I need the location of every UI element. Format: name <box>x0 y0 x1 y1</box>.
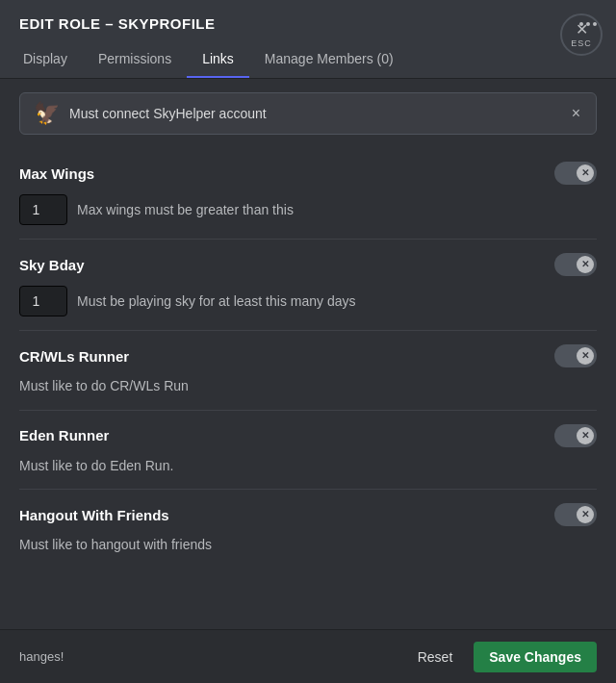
header: EDIT ROLE – SKYPROFILE Display Permissio… <box>0 0 616 79</box>
toggle-x-icon-5: ✕ <box>581 510 589 519</box>
notification-text: Must connect SkyHelper account <box>69 106 267 121</box>
toggle-x-icon: ✕ <box>581 168 589 178</box>
tab-links[interactable]: Links <box>187 43 249 78</box>
toggle-sky-bday[interactable]: ✕ <box>554 253 597 276</box>
section-max-wings-header: Max Wings ✕ <box>19 162 597 185</box>
toggle-cr-wls[interactable]: ✕ <box>554 344 597 367</box>
section-hangout-header: Hangout With Friends ✕ <box>19 503 597 526</box>
tab-display[interactable]: Display <box>19 43 83 78</box>
toggle-x-icon-4: ✕ <box>581 431 589 441</box>
header-top: EDIT ROLE – SKYPROFILE <box>19 15 597 32</box>
section-sky-bday-header: Sky Bday ✕ <box>19 253 597 276</box>
esc-label: ESC <box>571 38 592 48</box>
toggle-x-icon-3: ✕ <box>581 351 589 361</box>
eden-description: Must like to do Eden Run. <box>19 458 173 473</box>
section-max-wings: Max Wings ✕ Max wings must be greater th… <box>19 148 597 240</box>
section-eden-header: Eden Runner ✕ <box>19 424 597 447</box>
notification-icon: 🦅 <box>34 103 60 124</box>
toggle-sky-bday-knob: ✕ <box>577 256 594 273</box>
section-sky-bday: Sky Bday ✕ Must be playing sky for at le… <box>19 240 597 331</box>
notification-inner: 🦅 Must connect SkyHelper account <box>34 103 267 124</box>
section-cr-wls-title: CR/WLs Runner <box>19 348 129 365</box>
toggle-max-wings-knob: ✕ <box>577 164 594 182</box>
hangout-description: Must like to hangout with friends <box>19 537 212 552</box>
sky-bday-input-row: Must be playing sky for at least this ma… <box>19 286 597 316</box>
reset-button[interactable]: Reset <box>408 644 463 670</box>
tab-permissions[interactable]: Permissions <box>83 43 187 78</box>
page-title: EDIT ROLE – SKYPROFILE <box>19 15 216 32</box>
footer: hanges! Reset Save Changes <box>0 629 616 683</box>
section-eden-runner: Eden Runner ✕ Must like to do Eden Run. <box>19 411 597 491</box>
tab-manage-members[interactable]: Manage Members (0) <box>249 43 409 78</box>
sky-bday-description: Must be playing sky for at least this ma… <box>77 293 355 309</box>
max-wings-input-row: Max wings must be greater than this <box>19 194 597 225</box>
section-cr-wls-header: CR/WLs Runner ✕ <box>19 344 597 367</box>
section-max-wings-title: Max Wings <box>19 165 94 182</box>
toggle-eden-knob: ✕ <box>577 427 594 444</box>
toggle-hangout[interactable]: ✕ <box>554 503 597 526</box>
section-hangout-title: Hangout With Friends <box>19 507 169 523</box>
cr-wls-description: Must like to do CR/WLs Run <box>19 378 189 393</box>
footer-message: hanges! <box>19 649 64 664</box>
toggle-x-icon-2: ✕ <box>581 260 589 269</box>
max-wings-input[interactable] <box>19 194 67 225</box>
section-hangout: Hangout With Friends ✕ Must like to hang… <box>19 490 597 569</box>
notification-close-button[interactable]: × <box>570 106 582 121</box>
toggle-cr-wls-knob: ✕ <box>577 347 594 365</box>
toggle-hangout-knob: ✕ <box>577 506 594 523</box>
esc-button[interactable]: ✕ ESC <box>560 13 603 56</box>
footer-actions: Reset Save Changes <box>408 642 597 672</box>
notification-banner: 🦅 Must connect SkyHelper account × <box>19 92 597 135</box>
sky-bday-input[interactable] <box>19 286 67 316</box>
toggle-max-wings[interactable]: ✕ <box>554 162 597 185</box>
tab-bar: Display Permissions Links Manage Members… <box>19 43 597 78</box>
section-cr-wls-runner: CR/WLs Runner ✕ Must like to do CR/WLs R… <box>19 331 597 411</box>
toggle-eden[interactable]: ✕ <box>554 424 597 447</box>
section-sky-bday-title: Sky Bday <box>19 257 85 273</box>
main-content: 🦅 Must connect SkyHelper account × Max W… <box>0 79 616 597</box>
save-changes-button[interactable]: Save Changes <box>474 642 597 672</box>
max-wings-description: Max wings must be greater than this <box>77 202 294 217</box>
section-eden-title: Eden Runner <box>19 427 109 443</box>
close-icon: ✕ <box>576 22 588 38</box>
